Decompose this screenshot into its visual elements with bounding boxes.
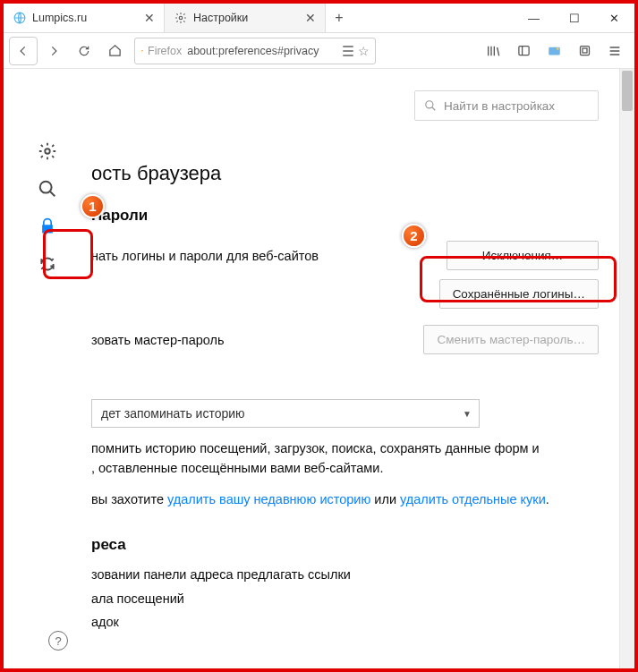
bookmark-star-icon[interactable]: ☆ [358, 44, 370, 58]
change-master-password-button: Сменить мастер-пароль… [423, 325, 599, 354]
sidebar-item-sync[interactable] [37, 253, 58, 275]
sidebar-item-privacy[interactable] [37, 216, 58, 237]
new-tab-button[interactable]: + [326, 4, 353, 32]
history-mode-select[interactable]: дет запоминать историю ▼ [91, 399, 480, 428]
url-bar[interactable]: Firefox about:preferences#privacy ☆ [134, 38, 376, 64]
page-heading: ость браузера [91, 162, 599, 185]
svg-rect-6 [583, 48, 587, 53]
sidebar-item-general[interactable] [37, 140, 58, 162]
svg-point-8 [40, 182, 52, 193]
url-text: about:preferences#privacy [187, 45, 319, 57]
address-line1: зовании панели адреса предлагать ссылки [91, 565, 599, 584]
settings-search[interactable]: Найти в настройках [414, 90, 599, 121]
history-select-label: дет запоминать историю [101, 406, 245, 421]
tab-settings[interactable]: Настройки ✕ [165, 4, 326, 32]
history-description: помнить историю посещений, загрузок, пои… [91, 438, 599, 479]
close-window-button[interactable]: ✕ [594, 4, 634, 32]
history-links-line: вы захотите удалить вашу недавнюю истори… [91, 489, 599, 509]
chevron-down-icon: ▼ [463, 409, 472, 419]
remember-logins-label: нать логины и пароли для веб-сайтов [91, 249, 319, 263]
sidebar-toggle-icon[interactable] [509, 37, 538, 65]
reload-button[interactable] [70, 37, 98, 65]
svg-rect-2 [518, 47, 528, 55]
address-line3: адок [91, 612, 599, 632]
close-icon[interactable]: ✕ [144, 11, 155, 25]
help-button[interactable]: ? [48, 631, 68, 651]
close-icon[interactable]: ✕ [305, 11, 316, 25]
svg-point-1 [179, 16, 183, 20]
address-line2: ала посещений [91, 589, 599, 608]
clear-history-link[interactable]: удалить вашу недавнюю историю [167, 492, 370, 506]
svg-point-9 [426, 101, 433, 108]
extension2-icon[interactable] [570, 37, 599, 65]
back-button[interactable] [9, 37, 38, 65]
window-controls: — ☐ ✕ [514, 4, 634, 32]
annotation-marker-2: 2 [402, 224, 426, 248]
svg-rect-5 [580, 47, 589, 55]
tab-lumpics[interactable]: Lumpics.ru ✕ [4, 4, 165, 32]
home-button[interactable] [100, 37, 129, 65]
sidebar-item-search[interactable] [37, 178, 58, 200]
svg-point-7 [45, 149, 50, 154]
search-placeholder: Найти в настройках [444, 99, 555, 113]
identity-label: Firefox [148, 45, 182, 57]
sidebar: ? [4, 69, 91, 668]
maximize-button[interactable]: ☐ [554, 4, 594, 32]
tab-label: Настройки [193, 12, 248, 24]
exceptions-button[interactable]: Исключения… [447, 241, 599, 270]
master-password-label: зовать мастер-пароль [91, 333, 225, 347]
extension-icon[interactable] [540, 37, 568, 65]
section-address-heading: реса [91, 536, 599, 554]
minimize-button[interactable]: — [514, 4, 554, 32]
library-icon[interactable] [479, 37, 507, 65]
forward-button[interactable] [39, 37, 68, 65]
delete-cookies-link[interactable]: удалить отдельные куки [400, 492, 546, 506]
toolbar: Firefox about:preferences#privacy ☆ [4, 33, 634, 69]
svg-point-4 [557, 47, 559, 50]
saved-logins-button[interactable]: Сохранённые логины… [439, 279, 599, 309]
main-content: Найти в настройках ость браузера Пароли … [91, 69, 634, 668]
page-action-icon[interactable] [343, 46, 353, 56]
titlebar: Lumpics.ru ✕ Настройки ✕ + — ☐ ✕ [4, 4, 634, 33]
section-passwords-heading: Пароли [91, 207, 599, 225]
gear-icon [174, 11, 188, 25]
annotation-marker-1: 1 [81, 194, 105, 218]
tab-label: Lumpics.ru [32, 12, 87, 24]
menu-button[interactable] [600, 37, 629, 65]
globe-icon [13, 11, 27, 25]
